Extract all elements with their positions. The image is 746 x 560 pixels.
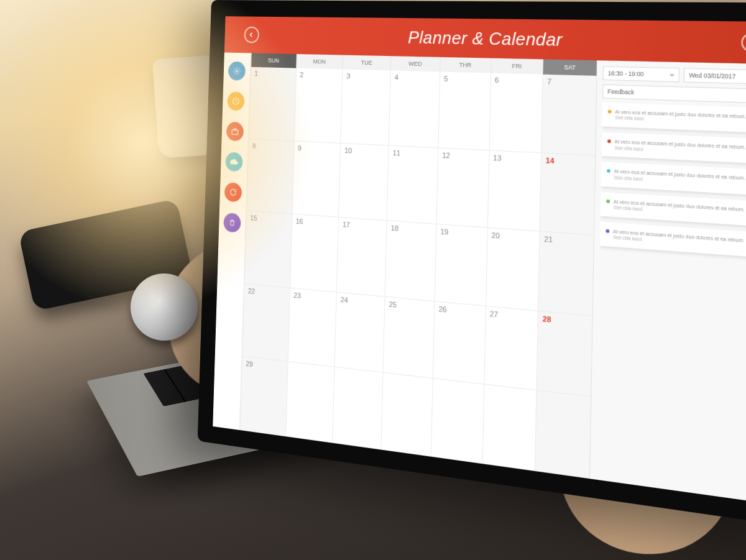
calendar-cell[interactable]: 19 xyxy=(434,224,487,306)
calendar-cell[interactable]: 8 xyxy=(246,139,293,214)
trash-icon[interactable] xyxy=(223,213,241,233)
calendar-cell[interactable]: 24 xyxy=(334,292,385,373)
calendar-cell[interactable]: 23 xyxy=(288,288,337,367)
calendar-cell[interactable]: 27 xyxy=(484,306,538,391)
detail-panel: 16:30 - 19:00 Wed 03/01/2017 Feedback At… xyxy=(589,60,746,503)
calendar-cell[interactable] xyxy=(333,367,383,449)
calendar-cell[interactable]: 3 xyxy=(341,69,390,145)
calendar-cell[interactable]: 4 xyxy=(389,70,440,148)
calendar-cell[interactable]: 11 xyxy=(387,145,438,224)
day-thr: THR xyxy=(440,57,490,73)
day-mon: MON xyxy=(296,54,343,70)
calendar-cell[interactable]: 15 xyxy=(244,211,292,288)
feedback-select[interactable]: Feedback xyxy=(602,85,746,104)
clock-icon[interactable] xyxy=(227,91,244,111)
calendar-cell[interactable]: 2 xyxy=(294,68,343,144)
calendar-cell[interactable]: 21 xyxy=(538,232,594,316)
svg-rect-2 xyxy=(232,130,238,135)
calendar-cell[interactable]: 9 xyxy=(292,141,340,218)
calendar-cell[interactable]: 12 xyxy=(436,148,489,228)
day-wed: WED xyxy=(390,56,440,71)
day-tue: TUE xyxy=(343,55,391,71)
app-title: Planner & Calendar xyxy=(408,27,563,50)
calendar-cell[interactable] xyxy=(431,379,484,464)
svg-point-0 xyxy=(236,70,237,72)
calendar-cell[interactable]: 16 xyxy=(290,214,339,293)
agenda-cards: At vero eos et accusam et justo duo dolo… xyxy=(596,103,746,496)
briefcase-icon[interactable] xyxy=(226,122,244,142)
day-fri: FRI xyxy=(490,58,543,75)
day-sat: SAT xyxy=(543,59,597,76)
calendar-cell[interactable] xyxy=(482,385,536,471)
calendar-cell[interactable]: 26 xyxy=(433,301,486,385)
calendar-cell[interactable]: 28 xyxy=(536,311,592,397)
cloud-icon[interactable] xyxy=(225,152,242,172)
calendar-cell[interactable]: 25 xyxy=(383,297,435,379)
date-select[interactable]: Wed 03/01/2017 xyxy=(684,68,746,84)
agenda-card[interactable]: At vero eos et accusam et justo duo dolo… xyxy=(601,162,746,195)
calendar-cell[interactable] xyxy=(381,373,433,456)
next-button[interactable] xyxy=(741,33,746,52)
calendar-grid: 1234567891011121314151617181920212223242… xyxy=(240,67,597,479)
laptop-display: Planner & Calendar SUN MON TUE xyxy=(198,0,746,528)
agenda-card[interactable]: At vero eos et accusam et justo duo dolo… xyxy=(601,132,746,164)
calendar: SUN MON TUE WED THR FRI SAT 123456789101… xyxy=(240,53,597,479)
calendar-cell[interactable]: 18 xyxy=(385,221,436,301)
calendar-cell[interactable]: 20 xyxy=(486,228,540,311)
settings-icon[interactable] xyxy=(228,62,246,81)
agenda-card[interactable]: At vero eos et accusam et justo duo dolo… xyxy=(602,103,746,133)
calendar-cell[interactable]: 22 xyxy=(242,284,290,362)
sync-icon[interactable] xyxy=(224,182,242,202)
calendar-cell[interactable] xyxy=(535,391,591,479)
calendar-cell[interactable]: 5 xyxy=(438,71,490,150)
prev-button[interactable] xyxy=(244,27,259,44)
calendar-cell[interactable]: 17 xyxy=(336,218,387,296)
agenda-card[interactable]: At vero eos et accusam et justo duo dolo… xyxy=(600,222,746,258)
planner-app: Planner & Calendar SUN MON TUE xyxy=(213,16,746,505)
calendar-cell[interactable] xyxy=(285,362,334,443)
calendar-cell[interactable]: 14 xyxy=(540,153,595,236)
calendar-cell[interactable]: 1 xyxy=(249,67,296,141)
time-select[interactable]: 16:30 - 19:00 xyxy=(603,66,679,82)
calendar-cell[interactable]: 7 xyxy=(541,75,596,155)
day-sun: SUN xyxy=(251,53,296,68)
calendar-cell[interactable]: 29 xyxy=(240,357,288,436)
calendar-cell[interactable]: 6 xyxy=(489,73,543,153)
calendar-cell[interactable]: 13 xyxy=(487,150,541,232)
agenda-card[interactable]: At vero eos et accusam et justo duo dolo… xyxy=(601,192,746,227)
calendar-cell[interactable]: 10 xyxy=(338,143,388,221)
